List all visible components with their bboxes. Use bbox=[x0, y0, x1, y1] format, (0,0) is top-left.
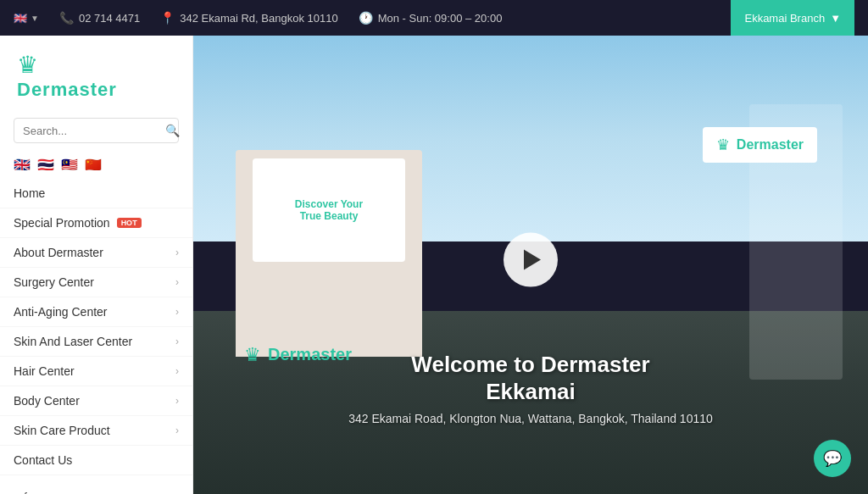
sidebar-item-special-promotion[interactable]: Special PromotionHOT bbox=[0, 208, 192, 238]
phone-number: 02 714 4471 bbox=[79, 12, 140, 25]
language-selector[interactable]: 🇬🇧 ▼ bbox=[14, 12, 39, 25]
sidebar-item-hair-center[interactable]: Hair Center› bbox=[0, 357, 192, 386]
nav-arrow-icon: › bbox=[175, 336, 179, 347]
phone-info: 📞 02 714 4471 bbox=[59, 11, 140, 25]
clock-icon: 🕐 bbox=[359, 11, 373, 25]
language-flags: 🇬🇧 🇹🇭 🇲🇾 🇨🇳 bbox=[0, 153, 192, 179]
sidebar-item-anti-aging-center[interactable]: Anti-Aging Center› bbox=[0, 297, 192, 327]
logo-crown-icon: ♛ bbox=[17, 51, 175, 79]
social-links: f ◎ ▶ ✉ bbox=[0, 475, 192, 494]
dermaster-sign: ♛ Dermaster bbox=[703, 127, 817, 163]
location-icon: 📍 bbox=[160, 11, 175, 25]
nav-menu: HomeSpecial PromotionHOTAbout Dermaster›… bbox=[0, 179, 192, 475]
hot-badge: HOT bbox=[117, 218, 142, 228]
nav-arrow-icon: › bbox=[175, 395, 179, 407]
nav-item-label: Anti-Aging Center bbox=[14, 305, 108, 319]
nav-item-label: Skin And Laser Center bbox=[14, 335, 132, 348]
hero-title: Welcome to Dermaster Ekkamai bbox=[261, 352, 801, 404]
sidebar-item-skin-care-product[interactable]: Skin Care Product› bbox=[0, 416, 192, 446]
hours-info: 🕐 Mon - Sun: 09:00 – 20:00 bbox=[359, 11, 503, 25]
branch-button[interactable]: Ekkamai Branch ▼ bbox=[731, 0, 854, 36]
main-area: ♛ Dermaster 🔍 🇬🇧 🇹🇭 🇲🇾 🇨🇳 HomeSpecial Pr… bbox=[0, 36, 868, 494]
sidebar-item-skin-and-laser-center[interactable]: Skin And Laser Center› bbox=[0, 327, 192, 357]
nav-arrow-icon: › bbox=[175, 365, 179, 377]
hero-section: Discover Your True Beauty ♛ Dermaster ♛ … bbox=[193, 36, 868, 494]
sidebar-item-about-dermaster[interactable]: About Dermaster› bbox=[0, 238, 192, 268]
hero-building: Discover Your True Beauty bbox=[236, 150, 422, 356]
nav-item-label: Contact Us bbox=[14, 453, 72, 467]
hero-address: 342 Ekamai Road, Klongton Nua, Wattana, … bbox=[261, 412, 801, 425]
flag-cn[interactable]: 🇨🇳 bbox=[85, 157, 103, 170]
hero-building-sign: Discover Your True Beauty bbox=[253, 158, 405, 262]
hero-welcome-line2: Ekkamai bbox=[486, 379, 576, 404]
hours-text: Mon - Sun: 09:00 – 20:00 bbox=[378, 12, 503, 25]
play-button[interactable] bbox=[504, 232, 558, 286]
nav-item-label: About Dermaster bbox=[14, 246, 103, 259]
sidebar-item-surgery-center[interactable]: Surgery Center› bbox=[0, 268, 192, 297]
sign-text: Dermaster bbox=[737, 137, 804, 153]
search-input[interactable] bbox=[23, 125, 165, 137]
sidebar-item-home[interactable]: Home bbox=[0, 179, 192, 208]
nav-arrow-icon: › bbox=[175, 306, 179, 318]
chat-button[interactable]: 💬 bbox=[814, 440, 851, 477]
nav-item-label: Home bbox=[14, 186, 45, 200]
youtube-icon[interactable]: ▶ bbox=[78, 486, 102, 494]
facebook-icon[interactable]: f bbox=[14, 486, 37, 494]
hero-welcome-line1: Welcome to Dermaster bbox=[411, 352, 649, 377]
bottom-crown-icon: ♛ bbox=[244, 344, 261, 366]
nav-arrow-icon: › bbox=[175, 247, 179, 258]
top-bar: 🇬🇧 ▼ 📞 02 714 4471 📍 342 Ekamai Rd, Bang… bbox=[0, 0, 868, 36]
logo-area: ♛ Dermaster bbox=[0, 36, 192, 111]
flag-th[interactable]: 🇹🇭 bbox=[37, 157, 56, 170]
instagram-icon[interactable]: ◎ bbox=[46, 486, 70, 494]
sign-crown-icon: ♛ bbox=[716, 136, 730, 154]
search-box[interactable]: 🔍 bbox=[14, 118, 179, 143]
flag-ms[interactable]: 🇲🇾 bbox=[61, 157, 80, 170]
phone-icon: 📞 bbox=[59, 11, 74, 25]
play-icon bbox=[524, 249, 541, 269]
search-icon[interactable]: 🔍 bbox=[165, 124, 180, 137]
logo-text: Dermaster bbox=[17, 79, 117, 100]
nav-item-label: Body Center bbox=[14, 394, 80, 408]
branch-label: Ekkamai Branch bbox=[744, 12, 825, 25]
hero-text-overlay: Welcome to Dermaster Ekkamai 342 Ekamai … bbox=[261, 352, 801, 425]
nav-item-label: Special Promotion bbox=[14, 216, 110, 230]
chat-icon: 💬 bbox=[823, 449, 842, 468]
nav-item-label: Surgery Center bbox=[14, 275, 94, 289]
sidebar: ♛ Dermaster 🔍 🇬🇧 🇹🇭 🇲🇾 🇨🇳 HomeSpecial Pr… bbox=[0, 36, 193, 494]
sidebar-item-contact-us[interactable]: Contact Us bbox=[0, 446, 192, 475]
nav-item-label: Skin Care Product bbox=[14, 424, 110, 437]
branch-chevron-icon: ▼ bbox=[830, 12, 841, 25]
nav-arrow-icon: › bbox=[175, 425, 179, 436]
nav-arrow-icon: › bbox=[175, 276, 179, 288]
chevron-down-icon: ▼ bbox=[31, 14, 39, 23]
flag-en[interactable]: 🇬🇧 bbox=[14, 157, 32, 170]
address-info: 📍 342 Ekamai Rd, Bangkok 10110 bbox=[160, 11, 337, 25]
nav-item-label: Hair Center bbox=[14, 364, 75, 378]
address-text: 342 Ekamai Rd, Bangkok 10110 bbox=[180, 12, 337, 25]
line-icon[interactable]: ✉ bbox=[110, 486, 134, 494]
flag-uk: 🇬🇧 bbox=[14, 12, 27, 25]
sidebar-item-body-center[interactable]: Body Center› bbox=[0, 386, 192, 416]
